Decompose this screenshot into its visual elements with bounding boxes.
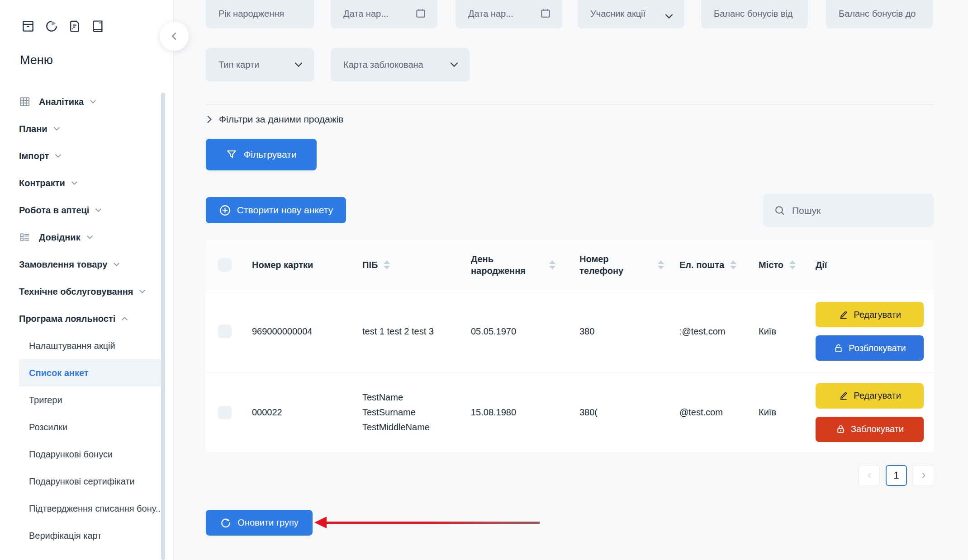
cell-birthday: 15.08.1980 xyxy=(459,373,567,452)
sidebar-scrollbar[interactable] xyxy=(161,93,165,560)
cell-card-number: 000022 xyxy=(240,373,350,452)
pagination-prev-button[interactable] xyxy=(859,465,880,486)
calendar-icon[interactable] xyxy=(415,7,427,19)
bonus-balance-from-field[interactable] xyxy=(701,0,808,28)
block-button[interactable]: Заблокувати xyxy=(816,417,924,442)
chevron-down-icon xyxy=(450,62,459,67)
edit-button[interactable]: Редагувати xyxy=(816,383,924,409)
search-box[interactable] xyxy=(763,194,934,227)
unblock-button[interactable]: Розблокувати xyxy=(816,335,924,361)
chevron-down-icon xyxy=(139,289,146,294)
sidebar-header-icons xyxy=(21,19,105,33)
search-input[interactable] xyxy=(791,205,923,216)
chevron-down-icon xyxy=(664,14,674,19)
chevron-right-icon xyxy=(207,115,212,123)
birth-year-input[interactable] xyxy=(218,9,303,19)
sidebar-subitem-rozsylky[interactable]: Розсилки xyxy=(19,414,161,441)
sidebar-subitem-label: Подарункові сертифікати xyxy=(29,476,135,487)
cell-card-number: 969000000004 xyxy=(240,290,350,372)
sidebar-item-label: Програма лояльності xyxy=(19,314,115,324)
select-all-checkbox[interactable] xyxy=(218,258,232,272)
sidebar-subitem-podarunkovi-sertyfikaty[interactable]: Подарункові сертифікати xyxy=(19,468,161,495)
card-blocked-select[interactable]: Карта заблокована xyxy=(331,48,470,81)
archive-box-icon[interactable] xyxy=(21,19,35,33)
row-checkbox[interactable] xyxy=(218,406,232,419)
cell-city: Київ xyxy=(746,290,803,372)
chevron-right-icon xyxy=(920,472,927,479)
sales-filters-toggle[interactable]: Фільтри за даними продажів xyxy=(207,112,344,127)
column-header-phone[interactable]: Номер телефону xyxy=(567,240,667,290)
sort-icon[interactable] xyxy=(658,260,664,269)
sidebar-subitem-nalashtuvannia-aktsii[interactable]: Налаштування акцій xyxy=(19,332,161,359)
birth-date-to-field[interactable] xyxy=(456,0,562,28)
promo-participant-select[interactable]: Учасник акції xyxy=(578,0,684,28)
sidebar-subitem-pidtverdzhennia-spysannia-bonusiv[interactable]: Підтвердження списання бону... xyxy=(19,495,161,522)
promo-participant-value: Учасник акції xyxy=(590,9,660,19)
sidebar-item-label: Робота в аптеці xyxy=(19,205,89,216)
list-icon xyxy=(19,231,31,243)
birth-date-from-input[interactable] xyxy=(343,9,410,19)
sidebar-item-zamovlennia-tovaru[interactable]: Замовлення товару xyxy=(19,251,161,278)
bonus-balance-from-input[interactable] xyxy=(714,9,797,19)
column-header-city[interactable]: Місто xyxy=(746,240,803,290)
birth-date-to-input[interactable] xyxy=(468,9,535,19)
card-type-select[interactable]: Тип карти xyxy=(206,48,314,81)
filter-button[interactable]: Фільтрувати xyxy=(206,139,317,170)
sort-icon[interactable] xyxy=(789,260,796,269)
pagination-next-button[interactable] xyxy=(913,465,934,486)
sidebar-item-dovidnyk[interactable]: Довідник xyxy=(19,224,161,251)
sidebar-subitem-label: Верифікація карт xyxy=(29,531,101,541)
cell-name: test 1 test 2 test 3 xyxy=(350,290,459,372)
sidebar-item-plany[interactable]: Плани xyxy=(19,115,161,142)
sidebar-collapse-button[interactable] xyxy=(159,21,189,51)
sidebar-subitem-tryhery[interactable]: Тригери xyxy=(19,386,161,414)
bonus-balance-to-input[interactable] xyxy=(839,9,922,19)
birth-year-field[interactable] xyxy=(206,0,314,28)
cell-email: :@test.com xyxy=(667,290,746,372)
loyalty-program-page: Меню Аналітика Плани xyxy=(0,0,968,560)
book-icon[interactable] xyxy=(90,19,105,33)
sidebar-item-robota-v-aptetsi[interactable]: Робота в аптеці xyxy=(19,197,161,224)
sort-icon[interactable] xyxy=(384,260,390,269)
column-header-email[interactable]: Ел. пошта xyxy=(667,240,746,290)
sidebar-item-tekhnichne-obslugovuvannia[interactable]: Технічне обслуговування xyxy=(19,278,161,305)
sidebar-subitem-label: Тригери xyxy=(29,395,62,405)
document-icon[interactable] xyxy=(68,19,81,33)
sidebar-item-analityka[interactable]: Аналітика xyxy=(19,88,161,115)
update-group-button-label: Оновити групу xyxy=(237,518,298,528)
create-profile-button[interactable]: Створити нову анкету xyxy=(206,197,346,223)
filters-divider xyxy=(206,104,934,105)
row-checkbox[interactable] xyxy=(218,325,232,338)
column-header-birthday[interactable]: День народження xyxy=(459,240,567,290)
column-header-name[interactable]: ПІБ xyxy=(350,240,459,290)
sort-icon[interactable] xyxy=(549,260,555,269)
sidebar-item-import[interactable]: Імпорт xyxy=(19,142,161,169)
sidebar-item-programa-loialnosti[interactable]: Програма лояльності xyxy=(19,305,161,332)
profiles-table: Номер картки ПІБ День народження Номер т… xyxy=(206,240,934,452)
edit-button[interactable]: Редагувати xyxy=(816,302,924,327)
sidebar-item-kontrakty[interactable]: Контракти xyxy=(19,169,161,197)
grid-table-icon xyxy=(19,96,31,108)
card-blocked-value: Карта заблокована xyxy=(343,60,445,70)
sidebar-item-label: Довідник xyxy=(39,232,81,243)
sidebar-item-label: Аналітика xyxy=(39,97,84,107)
sort-icon[interactable] xyxy=(730,260,736,269)
chevron-down-icon xyxy=(113,262,120,267)
cell-birthday: 05.05.1970 xyxy=(459,290,567,372)
sidebar-subitem-spysok-anket[interactable]: Список анкет xyxy=(19,359,161,386)
pagination-page-1[interactable]: 1 xyxy=(886,465,907,486)
bonus-balance-to-field[interactable] xyxy=(826,0,933,28)
sidebar-subitem-label: Підтвердження списання бону... xyxy=(29,504,161,514)
chevron-down-icon xyxy=(294,62,303,67)
pencil-icon xyxy=(838,310,849,320)
update-group-button[interactable]: Оновити групу xyxy=(206,510,313,536)
birth-date-from-field[interactable] xyxy=(331,0,437,28)
refresh-icon xyxy=(220,517,232,529)
filter-button-label: Фільтрувати xyxy=(243,149,296,160)
edit-button-label: Редагувати xyxy=(854,310,901,320)
calendar-icon[interactable] xyxy=(540,7,551,19)
sidebar-subitem-veryfikatsiia-kart[interactable]: Верифікація карт xyxy=(19,522,161,549)
sidebar-subitem-podarunkovi-bonusy[interactable]: Подарункові бонуси xyxy=(19,441,161,468)
pie-chart-icon[interactable] xyxy=(44,19,59,33)
sidebar-subitem-label: Список анкет xyxy=(29,368,89,378)
